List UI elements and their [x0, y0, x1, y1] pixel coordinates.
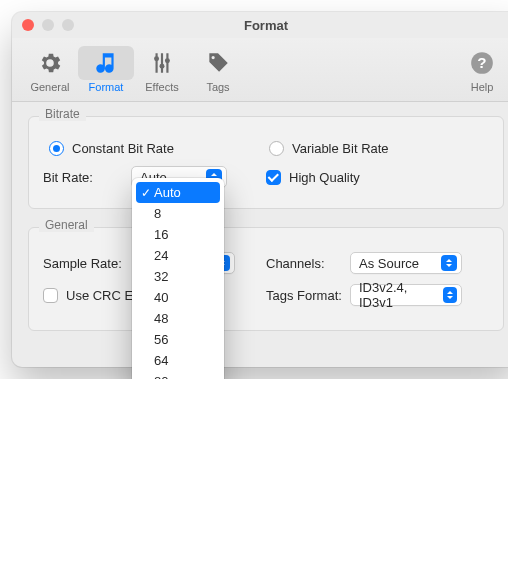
bitrate-option[interactable]: 80	[136, 371, 220, 379]
channels-popup[interactable]: As Source	[350, 252, 462, 274]
svg-point-0	[154, 56, 159, 61]
use-crc-label: Use CRC E	[66, 288, 133, 303]
gear-icon	[22, 46, 78, 80]
bitrate-option[interactable]: 40	[136, 287, 220, 308]
content: Bitrate Constant Bit Rate Variable Bit R…	[12, 102, 508, 367]
variable-bitrate-label: Variable Bit Rate	[292, 141, 389, 156]
toolbar-label: Format	[89, 81, 124, 93]
tags-format-value: ID3v2.4, ID3v1	[359, 280, 437, 310]
group-legend: Bitrate	[39, 107, 86, 121]
music-note-icon	[78, 46, 134, 80]
toolbar-general[interactable]: General	[22, 42, 78, 95]
tags-format-label: Tags Format:	[266, 288, 350, 303]
toolbar-label: Effects	[145, 81, 178, 93]
toolbar-label: General	[30, 81, 69, 93]
constant-bitrate-radio[interactable]	[49, 141, 64, 156]
bitrate-option[interactable]: Auto	[136, 182, 220, 203]
constant-bitrate-label: Constant Bit Rate	[72, 141, 174, 156]
tags-format-popup[interactable]: ID3v2.4, ID3v1	[350, 284, 462, 306]
bitrate-option[interactable]: 8	[136, 203, 220, 224]
bitrate-option[interactable]: 32	[136, 266, 220, 287]
updown-icon	[443, 287, 457, 303]
high-quality-label: High Quality	[289, 170, 360, 185]
bitrate-option[interactable]: 16	[136, 224, 220, 245]
sample-rate-label: Sample Rate:	[43, 256, 139, 271]
window-title: Format	[12, 18, 508, 33]
sliders-icon	[134, 46, 190, 80]
toolbar: General Format Effects Tags ? Help	[12, 38, 508, 102]
toolbar-format[interactable]: Format	[78, 42, 134, 95]
bitrate-group: Bitrate Constant Bit Rate Variable Bit R…	[28, 116, 504, 209]
updown-icon	[441, 255, 457, 271]
bitrate-label: Bit Rate:	[43, 170, 131, 185]
general-group: General Sample Rate: Channels: As Source	[28, 227, 504, 331]
bitrate-option[interactable]: 64	[136, 350, 220, 371]
preferences-window: Format General Format Effects Tags	[12, 12, 508, 367]
svg-point-1	[160, 64, 165, 69]
toolbar-label: Tags	[206, 81, 229, 93]
bitrate-option[interactable]: 48	[136, 308, 220, 329]
titlebar: Format	[12, 12, 508, 38]
toolbar-help[interactable]: ? Help	[454, 42, 508, 95]
bitrate-option[interactable]: 56	[136, 329, 220, 350]
tag-icon	[190, 46, 246, 80]
svg-point-2	[165, 58, 170, 63]
variable-bitrate-radio[interactable]	[269, 141, 284, 156]
channels-label: Channels:	[266, 256, 350, 271]
high-quality-checkbox[interactable]	[266, 170, 281, 185]
help-icon: ?	[454, 46, 508, 80]
svg-text:?: ?	[477, 54, 486, 71]
toolbar-effects[interactable]: Effects	[134, 42, 190, 95]
bitrate-option[interactable]: 24	[136, 245, 220, 266]
toolbar-tags[interactable]: Tags	[190, 42, 246, 95]
group-legend: General	[39, 218, 94, 232]
bitrate-dropdown-menu[interactable]: Auto816243240485664809611212816019222425…	[132, 178, 224, 379]
toolbar-label: Help	[471, 81, 494, 93]
channels-value: As Source	[359, 256, 419, 271]
use-crc-checkbox[interactable]	[43, 288, 58, 303]
